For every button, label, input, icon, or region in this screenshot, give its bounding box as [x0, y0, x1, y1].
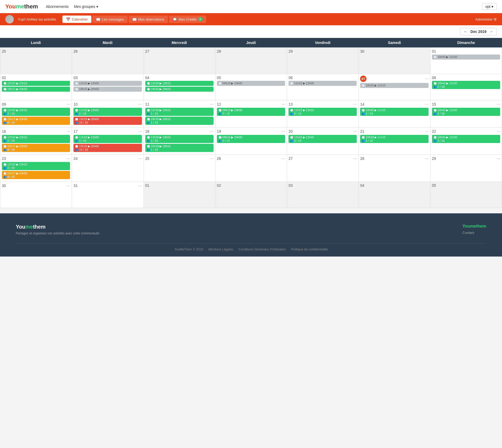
- calendar-cell-w0d2[interactable]: 27: [144, 48, 215, 74]
- cell-menu-dots[interactable]: ···: [425, 76, 428, 81]
- cell-menu-dots[interactable]: ···: [425, 129, 428, 134]
- cell-menu-dots[interactable]: ···: [138, 183, 142, 188]
- footer-mentions-legales[interactable]: Mentions Légales: [208, 248, 233, 251]
- cell-menu-dots[interactable]: ···: [210, 129, 213, 134]
- cell-menu-dots[interactable]: ···: [282, 129, 285, 134]
- calendar-cell-w4d3[interactable]: 26···: [215, 155, 287, 182]
- calendar-event[interactable]: 🕐 12h30 ▶ 13h15👥 2 / 16: [2, 135, 70, 143]
- footer-privacy[interactable]: Politique de confidentialité: [291, 248, 328, 251]
- prev-month-button[interactable]: ←: [464, 29, 468, 34]
- calendar-event[interactable]: 🕐 18h30 ▶ 19h15👥 1 / 16: [145, 117, 213, 125]
- calendar-event[interactable]: 🕐 12h30 ▶ 13h15👥 1 / 16: [145, 135, 213, 143]
- calendar-event[interactable]: 🕐 11h15 ▶ 12h00: [73, 81, 142, 86]
- calendar-event[interactable]: 🕐 09h15 ▶ 10h00👥 0 / 16: [217, 135, 285, 143]
- calendar-event[interactable]: 🕐 12h30 ▶ 13h15👥 1 / 16: [145, 108, 213, 116]
- admin-button[interactable]: Administrer ⚙: [475, 17, 497, 21]
- cell-menu-dots[interactable]: ···: [497, 102, 500, 107]
- calendar-event[interactable]: 🕐 10h45 ▶ 11h30: [432, 55, 500, 60]
- calendar-event[interactable]: 🕐 10h30 ▶ 11h15: [360, 83, 428, 88]
- cell-menu-dots[interactable]: ···: [67, 156, 70, 161]
- calendar-cell-w3d5[interactable]: 21···🕐 10h30 ▶ 11h15👥 2 / 16: [359, 127, 430, 155]
- cell-menu-dots[interactable]: ···: [425, 102, 428, 107]
- calendar-event[interactable]: 🕐 11h15 ▶ 12h00👥 2 / 16: [73, 135, 142, 143]
- calendar-cell-w2d3[interactable]: 12···🕐 09h15 ▶ 10h00👥 0 / 16: [215, 100, 287, 127]
- calendar-cell-w3d2[interactable]: 18···🕐 12h30 ▶ 13h15👥 1 / 16🕐 18h30 ▶ 19…: [144, 127, 215, 155]
- calendar-event[interactable]: 🕐 11h15 ▶ 12h00👥 0 / 16: [289, 108, 357, 116]
- calendar-event[interactable]: 🕐 18h30 ▶ 19h15👥 1 / 16: [145, 144, 213, 152]
- cell-menu-dots[interactable]: ···: [67, 183, 70, 188]
- calendar-cell-w3d4[interactable]: 20···🕐 11h15 ▶ 12h00👥 0 / 16: [287, 127, 359, 155]
- bar-btn-messages[interactable]: ✉️ Les messages: [92, 16, 128, 23]
- bar-btn-credits[interactable]: 💬 Mes Crédits 0: [169, 16, 206, 23]
- calendar-event[interactable]: 🕐 19h15 ▶ 20h00: [73, 87, 142, 92]
- calendar-cell-w4d1[interactable]: 24···: [72, 155, 143, 182]
- bar-btn-calendrier[interactable]: 📅 Calendrier: [62, 16, 91, 23]
- next-month-button[interactable]: →: [489, 29, 493, 34]
- cell-menu-dots[interactable]: ···: [138, 102, 142, 107]
- calendar-cell-w1d5[interactable]: 07···🕐 10h30 ▶ 11h15: [359, 74, 430, 100]
- calendar-event[interactable]: 🕐 11h15 ▶ 12h00: [289, 81, 357, 86]
- cell-menu-dots[interactable]: ···: [497, 156, 500, 161]
- calendar-event[interactable]: 🕐 19h15 ▶ 20h00👥 16 / 16: [73, 144, 142, 152]
- calendar-event[interactable]: 🕐 10h45 ▶ 11h30👥 2 / 16: [432, 81, 500, 89]
- calendar-cell-w0d1[interactable]: 26: [72, 48, 143, 74]
- opt-button[interactable]: opt ▾: [482, 3, 497, 10]
- footer-cgu[interactable]: Conditions Générales d'Utilisation: [238, 248, 286, 251]
- calendar-cell-w2d6[interactable]: 15···🕐 10h45 ▶ 11h30👥 2 / 16: [430, 100, 502, 127]
- cell-menu-dots[interactable]: ···: [210, 102, 213, 107]
- calendar-cell-w3d3[interactable]: 19···🕐 09h15 ▶ 10h00👥 0 / 16: [215, 127, 287, 155]
- cell-menu-dots[interactable]: ···: [67, 102, 70, 107]
- calendar-cell-w4d0[interactable]: 23···🕐 12h30 ▶ 13h15👥 2 / 16🕐 19h15 ▶ 20…: [0, 155, 72, 182]
- calendar-event[interactable]: 🕐 12h30 ▶ 13h15👥 2 / 16: [2, 108, 70, 116]
- calendar-event[interactable]: 🕐 10h45 ▶ 11h30👥 3 / 16: [432, 135, 500, 143]
- bar-btn-reservations[interactable]: ✉️ Mes réservations: [129, 16, 168, 23]
- calendar-cell-w3d6[interactable]: 22···🕐 10h45 ▶ 11h30👥 3 / 16: [430, 127, 502, 155]
- calendar-event[interactable]: 🕐 10h45 ▶ 11h30👥 2 / 16: [432, 108, 500, 116]
- calendar-cell-w5d4[interactable]: 03: [287, 182, 359, 208]
- cell-menu-dots[interactable]: ···: [425, 156, 428, 161]
- calendar-cell-w3d0[interactable]: 16···🕐 12h30 ▶ 13h15👥 2 / 16🕐 19h15 ▶ 20…: [0, 127, 72, 155]
- calendar-event[interactable]: 🕐 10h30 ▶ 11h15👥 2 / 16: [360, 108, 428, 116]
- calendar-event[interactable]: 🕐 18h30 ▶ 19h15: [145, 87, 213, 92]
- calendar-cell-w0d4[interactable]: 29: [287, 48, 359, 74]
- calendar-cell-w2d5[interactable]: 14···🕐 10h30 ▶ 11h15👥 2 / 16: [359, 100, 430, 127]
- cell-menu-dots[interactable]: ···: [210, 156, 213, 161]
- calendar-event[interactable]: 🕐 12h30 ▶ 13h15: [145, 81, 213, 86]
- footer-contact-link[interactable]: Contact: [463, 231, 486, 235]
- calendar-cell-w1d1[interactable]: 03🕐 11h15 ▶ 12h00🕐 19h15 ▶ 20h00: [72, 74, 143, 100]
- calendar-event[interactable]: 🕐 19h15 ▶ 20h00👥 16 / 16: [73, 117, 142, 125]
- calendar-event[interactable]: 🕐 11h15 ▶ 12h00👥 0 / 16: [289, 135, 357, 143]
- calendar-cell-w1d2[interactable]: 04🕐 12h30 ▶ 13h15🕐 18h30 ▶ 19h15: [144, 74, 215, 100]
- calendar-cell-w5d2[interactable]: 01: [144, 182, 215, 208]
- cell-menu-dots[interactable]: ···: [138, 156, 142, 161]
- cell-menu-dots[interactable]: ···: [282, 102, 285, 107]
- cell-menu-dots[interactable]: ···: [497, 129, 500, 134]
- calendar-cell-w5d1[interactable]: 31···: [72, 182, 143, 208]
- calendar-cell-w0d0[interactable]: 25: [0, 48, 72, 74]
- calendar-event[interactable]: 🕐 19h15 ▶ 20h00: [2, 87, 70, 92]
- calendar-cell-w2d1[interactable]: 10···🕐 11h15 ▶ 12h00👥 2 / 16🕐 19h15 ▶ 20…: [72, 100, 143, 127]
- cell-menu-dots[interactable]: ···: [353, 156, 357, 161]
- calendar-event[interactable]: 🕐 09h15 ▶ 10h00: [217, 81, 285, 86]
- cell-menu-dots[interactable]: ···: [353, 102, 357, 107]
- calendar-cell-w1d3[interactable]: 05🕐 09h15 ▶ 10h00: [215, 74, 287, 100]
- calendar-cell-w1d6[interactable]: 08🕐 10h45 ▶ 11h30👥 2 / 16: [430, 74, 502, 100]
- calendar-cell-w4d4[interactable]: 27···: [287, 155, 359, 182]
- calendar-cell-w0d6[interactable]: 01🕐 10h45 ▶ 11h30: [430, 48, 502, 74]
- cell-menu-dots[interactable]: ···: [282, 156, 285, 161]
- calendar-cell-w1d0[interactable]: 02🕐 12h30 ▶ 13h15🕐 19h15 ▶ 20h00: [0, 74, 72, 100]
- cell-menu-dots[interactable]: ···: [353, 129, 357, 134]
- calendar-cell-w2d4[interactable]: 13···🕐 11h15 ▶ 12h00👥 0 / 16: [287, 100, 359, 127]
- calendar-event[interactable]: 🕐 19h15 ▶ 20h00👥 4 / 16: [2, 144, 70, 152]
- calendar-event[interactable]: 🕐 19h15 ▶ 20h00👥 4 / 16: [2, 171, 70, 179]
- nav-mes-groupes[interactable]: Mes groupes ▾: [74, 4, 98, 9]
- calendar-event[interactable]: 🕐 19h15 ▶ 20h00👥 4 / 16: [2, 117, 70, 125]
- calendar-cell-w0d5[interactable]: 30: [359, 48, 430, 74]
- calendar-cell-w4d6[interactable]: 29···: [430, 155, 502, 182]
- calendar-cell-w4d2[interactable]: 25···: [144, 155, 215, 182]
- calendar-cell-w4d5[interactable]: 28···: [359, 155, 430, 182]
- nav-abonnements[interactable]: Abonnements: [46, 4, 68, 9]
- calendar-cell-w5d6[interactable]: 05: [430, 182, 502, 208]
- calendar-event[interactable]: 🕐 12h30 ▶ 13h15👥 2 / 16: [2, 162, 70, 170]
- calendar-cell-w5d5[interactable]: 04: [359, 182, 430, 208]
